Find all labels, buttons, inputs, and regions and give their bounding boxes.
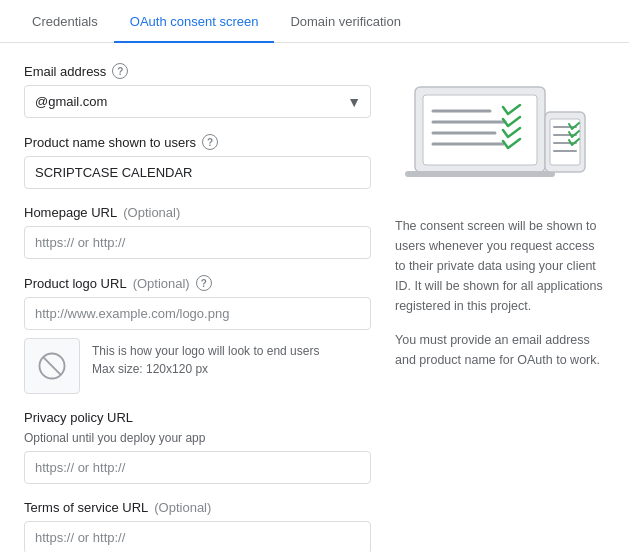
logo-hint-text: This is how your logo will look to end u… xyxy=(92,338,319,378)
info-panel: The consent screen will be shown to user… xyxy=(395,63,605,552)
product-name-input[interactable] xyxy=(24,156,371,189)
tab-credentials[interactable]: Credentials xyxy=(16,0,114,43)
logo-help-icon[interactable]: ? xyxy=(196,275,212,291)
info-text-1: The consent screen will be shown to user… xyxy=(395,216,605,316)
logo-optional: (Optional) xyxy=(133,276,190,291)
form-section: Email address ? @gmail.com ▼ Product nam… xyxy=(24,63,371,552)
privacy-label: Privacy policy URL xyxy=(24,410,371,425)
homepage-optional: (Optional) xyxy=(123,205,180,220)
email-select[interactable]: @gmail.com xyxy=(24,85,371,118)
info-text-2: You must provide an email address and pr… xyxy=(395,330,605,370)
logo-field-group: Product logo URL (Optional) ? This is ho… xyxy=(24,275,371,394)
homepage-label: Homepage URL (Optional) xyxy=(24,205,371,220)
tos-url-input[interactable] xyxy=(24,521,371,552)
product-name-label: Product name shown to users ? xyxy=(24,134,371,150)
email-select-wrapper: @gmail.com ▼ xyxy=(24,85,371,118)
logo-label: Product logo URL (Optional) ? xyxy=(24,275,371,291)
email-help-icon[interactable]: ? xyxy=(112,63,128,79)
privacy-sublabel: Optional until you deploy your app xyxy=(24,431,371,445)
logo-url-input[interactable] xyxy=(24,297,371,330)
tos-label: Terms of service URL (Optional) xyxy=(24,500,371,515)
svg-rect-4 xyxy=(405,171,555,177)
tos-optional: (Optional) xyxy=(154,500,211,515)
logo-preview: This is how your logo will look to end u… xyxy=(24,338,371,394)
email-field-group: Email address ? @gmail.com ▼ xyxy=(24,63,371,118)
product-name-help-icon[interactable]: ? xyxy=(202,134,218,150)
privacy-url-input[interactable] xyxy=(24,451,371,484)
homepage-field-group: Homepage URL (Optional) xyxy=(24,205,371,259)
tab-bar: Credentials OAuth consent screen Domain … xyxy=(0,0,629,43)
privacy-field-group: Privacy policy URL Optional until you de… xyxy=(24,410,371,484)
tab-domain[interactable]: Domain verification xyxy=(274,0,417,43)
email-label: Email address ? xyxy=(24,63,371,79)
tos-field-group: Terms of service URL (Optional) xyxy=(24,500,371,552)
tab-oauth[interactable]: OAuth consent screen xyxy=(114,0,275,43)
main-content: Email address ? @gmail.com ▼ Product nam… xyxy=(0,43,629,552)
svg-line-1 xyxy=(43,357,61,375)
homepage-input[interactable] xyxy=(24,226,371,259)
consent-illustration xyxy=(395,67,605,200)
product-name-field-group: Product name shown to users ? xyxy=(24,134,371,189)
logo-placeholder-box xyxy=(24,338,80,394)
